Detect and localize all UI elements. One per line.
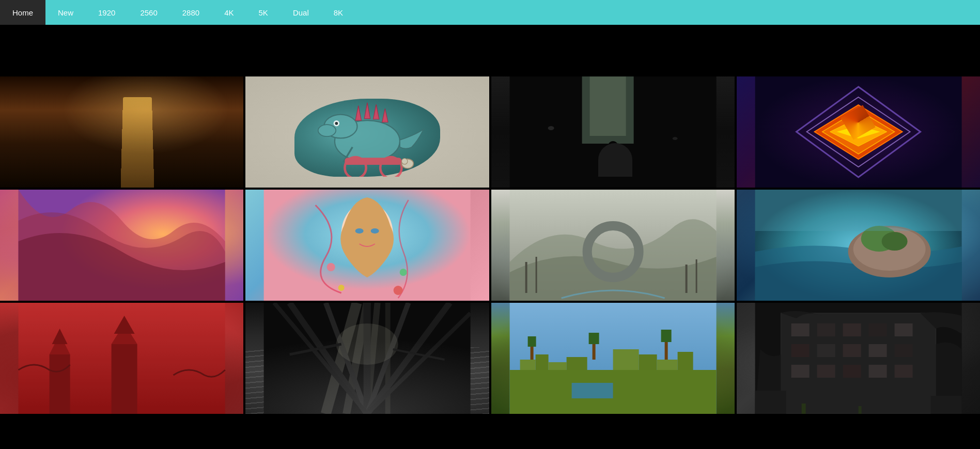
svg-rect-95 (894, 323, 912, 336)
svg-rect-105 (894, 365, 912, 378)
svg-point-22 (548, 126, 554, 130)
nav-item-1920[interactable]: 1920 (86, 0, 128, 25)
svg-rect-74 (520, 360, 535, 370)
svg-rect-92 (817, 323, 835, 336)
nav-item-home[interactable]: Home (0, 0, 45, 25)
svg-point-4 (335, 121, 338, 125)
image-gallery (0, 76, 980, 414)
svg-rect-85 (588, 333, 599, 344)
svg-rect-98 (843, 344, 861, 357)
svg-point-69 (336, 323, 398, 365)
svg-rect-24 (755, 76, 961, 188)
svg-rect-91 (791, 323, 809, 336)
svg-point-2 (318, 125, 336, 136)
svg-rect-106 (755, 391, 786, 414)
svg-rect-83 (527, 336, 536, 347)
svg-rect-84 (592, 342, 595, 360)
svg-rect-103 (843, 365, 861, 378)
gallery-image-3[interactable] (491, 76, 735, 188)
svg-rect-94 (868, 323, 886, 336)
svg-marker-7 (373, 104, 379, 119)
svg-rect-79 (639, 354, 657, 370)
svg-marker-6 (364, 102, 370, 118)
svg-point-14 (401, 158, 407, 164)
nav-item-4k[interactable]: 4K (212, 0, 246, 25)
svg-rect-19 (609, 149, 616, 167)
svg-rect-99 (868, 344, 886, 357)
gallery-image-4[interactable] (737, 76, 980, 188)
gallery-image-9[interactable] (0, 303, 243, 414)
svg-rect-46 (695, 259, 697, 293)
svg-rect-80 (657, 360, 677, 370)
svg-rect-44 (535, 257, 537, 293)
svg-rect-109 (858, 406, 861, 414)
svg-point-35 (355, 228, 364, 234)
nav-item-new[interactable]: New (45, 0, 86, 25)
svg-rect-81 (677, 352, 693, 370)
svg-rect-102 (817, 365, 835, 378)
svg-rect-88 (571, 383, 613, 398)
gallery-image-12[interactable] (737, 303, 980, 414)
svg-line-71 (393, 349, 445, 360)
svg-rect-104 (868, 365, 886, 378)
gallery-image-10[interactable] (245, 303, 489, 414)
svg-rect-108 (801, 404, 805, 414)
svg-rect-75 (535, 354, 548, 370)
svg-rect-76 (548, 362, 566, 370)
svg-point-40 (394, 286, 403, 295)
gallery-image-8[interactable] (737, 190, 980, 301)
svg-rect-78 (613, 349, 639, 370)
nav-item-8k[interactable]: 8K (321, 0, 355, 25)
nav-item-5k[interactable]: 5K (246, 0, 281, 25)
svg-point-23 (672, 137, 677, 140)
svg-rect-101 (791, 365, 809, 378)
nav-item-dual[interactable]: Dual (281, 0, 321, 25)
svg-rect-97 (817, 344, 835, 357)
nav-item-2880[interactable]: 2880 (170, 0, 212, 25)
svg-rect-100 (894, 344, 912, 357)
gallery-image-2[interactable] (245, 76, 489, 188)
svg-rect-107 (930, 396, 961, 414)
svg-point-39 (338, 285, 345, 291)
svg-marker-5 (355, 105, 361, 120)
gallery-image-6[interactable] (245, 190, 489, 301)
gallery-image-5[interactable] (0, 190, 243, 301)
gallery-image-7[interactable] (491, 190, 735, 301)
svg-rect-21 (509, 76, 716, 188)
main-nav: Home New 1920 2560 2880 4K 5K Dual 8K (0, 0, 980, 25)
svg-point-36 (371, 228, 379, 234)
svg-line-70 (290, 344, 341, 354)
svg-marker-8 (382, 109, 388, 122)
gallery-image-1[interactable] (0, 76, 243, 188)
svg-rect-96 (791, 344, 809, 357)
svg-rect-45 (685, 265, 687, 293)
svg-line-68 (367, 313, 471, 414)
svg-rect-43 (525, 262, 527, 293)
gallery-image-11[interactable] (491, 303, 735, 414)
svg-rect-93 (843, 323, 861, 336)
header-banner (0, 25, 980, 76)
svg-rect-52 (755, 190, 961, 231)
svg-point-18 (605, 164, 620, 169)
nav-item-2560[interactable]: 2560 (128, 0, 169, 25)
svg-point-38 (400, 269, 407, 276)
svg-rect-77 (566, 357, 587, 370)
svg-point-37 (327, 263, 335, 271)
svg-point-51 (881, 232, 907, 251)
svg-rect-87 (661, 330, 671, 342)
svg-rect-12 (345, 158, 401, 165)
svg-rect-60 (19, 303, 225, 414)
